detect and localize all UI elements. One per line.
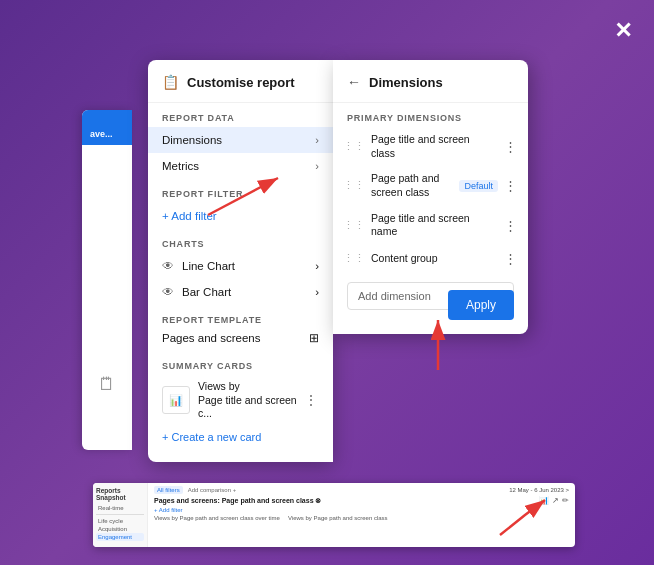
dim-4-name: Content group [371,252,438,266]
thumb-reports-title: Reports Snapshot [96,487,144,501]
thumb-realtime: Real-time [96,504,144,512]
report-filter-section-label: REPORT FILTER [148,179,333,203]
thumb-sidebar: Reports Snapshot Real-time Life cycle Ac… [93,483,148,547]
line-chart-label: Line Chart [182,260,235,272]
drag-dots-4-icon: ⋮⋮ [343,252,365,265]
summary-card-icon: 📊 [162,386,190,414]
thumb-icon-2: ↗ [552,496,559,505]
bar-chart-label: Bar Chart [182,286,231,298]
panel-header: 📋 Customise report [148,74,333,103]
dim-4-dots-icon[interactable]: ⋮ [504,251,518,266]
summary-card-subtitle: Page title and screen c... [198,394,304,421]
dim-item-4[interactable]: ⋮⋮ Content group ⋮ [333,245,528,272]
customize-icon: 📋 [162,74,179,90]
drag-dots-2-icon: ⋮⋮ [343,179,365,192]
thumb-content-2: Views by Page path and screen class [288,515,388,521]
dim-item-3[interactable]: ⋮⋮ Page title and screen name ⋮ [333,206,528,245]
report-template-section-label: REPORT TEMPLATE [148,305,333,329]
bottom-thumbnail: Reports Snapshot Real-time Life cycle Ac… [93,483,575,547]
dim-1-name: Page title and screen class [371,133,481,160]
dimensions-chevron-icon: › [315,134,319,146]
panel-title-text: Customise report [187,75,295,90]
thumb-main-content: All filters Add comparison + 12 May - 6 … [148,483,575,547]
dimensions-panel: ← Dimensions PRIMARY DIMENSIONS ⋮⋮ Page … [333,60,528,334]
primary-dimensions-label: PRIMARY DIMENSIONS [333,103,528,127]
bar-chart-item[interactable]: 👁 Bar Chart › [148,279,333,305]
dim-2-dots-icon[interactable]: ⋮ [504,178,518,193]
add-dimension-placeholder: Add dimension [358,290,431,302]
charts-section-label: CHARTS [148,229,333,253]
apply-button-row: Apply [448,290,514,320]
add-filter-button[interactable]: + Add filter [148,203,333,229]
thumb-engagement: Engagement [96,533,144,541]
dim-2-name: Page path and screen class [371,172,451,199]
dimensions-header: ← Dimensions [333,74,528,103]
drag-dots-3-icon: ⋮⋮ [343,219,365,232]
close-button[interactable]: ✕ [614,18,632,44]
dimensions-panel-title: Dimensions [369,75,443,90]
dimensions-label: Dimensions [162,134,222,146]
thumb-lifecycle: Life cycle [96,517,144,525]
apply-button[interactable]: Apply [448,290,514,320]
dim-3-name: Page title and screen name [371,212,481,239]
thumb-acquisition: Acquisition [96,525,144,533]
line-chart-chevron-icon: › [315,260,319,272]
dim-item-2[interactable]: ⋮⋮ Page path and screen class Default ⋮ [333,166,528,205]
thumb-content-1: Views by Page path and screen class over… [154,515,280,521]
report-template-value: Pages and screens ⊞ [148,329,333,351]
thumb-page-title: Pages and screens: Page path and screen … [154,497,321,505]
metrics-chevron-icon: › [315,160,319,172]
left-partial-panel: ave... 🗒 [82,110,132,450]
customize-report-panel: 📋 Customise report REPORT DATA Dimension… [148,60,333,462]
report-data-section-label: REPORT DATA [148,103,333,127]
add-filter-label: + Add filter [162,210,217,222]
summary-card-dots-icon[interactable]: ⋮ [304,392,319,408]
report-template-text: Pages and screens [162,332,260,344]
thumb-add-comparison: Add comparison + [188,487,237,493]
dim-item-1[interactable]: ⋮⋮ Page title and screen class ⋮ [333,127,528,166]
metrics-label: Metrics [162,160,199,172]
create-new-label: + Create a new card [162,431,261,443]
drag-dots-1-icon: ⋮⋮ [343,140,365,153]
page-icon: 🗒 [98,374,116,394]
save-label: ave... [90,129,113,139]
line-chart-eye-icon: 👁 [162,259,174,273]
save-button-partial[interactable]: ave... [82,110,132,145]
thumb-add-filter-link: + Add filter [154,507,183,513]
thumb-icon-1: 📊 [539,496,549,505]
summary-card-item[interactable]: 📊 Views by Page title and screen c... ⋮ [148,375,333,426]
thumb-date-range: 12 May - 6 Jun 2023 > [509,487,569,493]
metrics-menu-item[interactable]: Metrics › [148,153,333,179]
bar-chart-eye-icon: 👁 [162,285,174,299]
create-new-card-button[interactable]: + Create a new card [148,426,333,448]
dim-1-dots-icon[interactable]: ⋮ [504,139,518,154]
line-chart-item[interactable]: 👁 Line Chart › [148,253,333,279]
summary-card-title: Views by [198,380,304,394]
report-template-icon: ⊞ [309,331,319,345]
default-badge: Default [459,180,498,192]
thumb-all-filters: All filters [154,486,183,494]
dimensions-menu-item[interactable]: Dimensions › [148,127,333,153]
back-arrow-icon[interactable]: ← [347,74,361,90]
bar-chart-chevron-icon: › [315,286,319,298]
dim-3-dots-icon[interactable]: ⋮ [504,218,518,233]
thumb-icon-3: ✏ [562,496,569,505]
summary-cards-section-label: SUMMARY CARDS [148,351,333,375]
